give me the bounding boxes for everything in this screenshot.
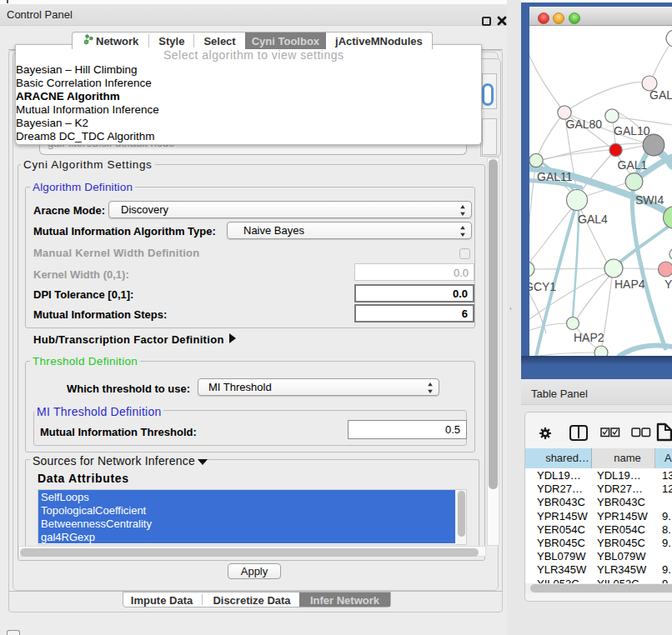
- svg-text:Y: Y: [664, 278, 672, 291]
- svg-text:HAP4: HAP4: [614, 278, 645, 291]
- svg-text:GAL11: GAL11: [537, 170, 573, 183]
- svg-text:SWI4: SWI4: [635, 193, 664, 207]
- svg-text:GAL: GAL: [649, 88, 672, 102]
- svg-text:GAL80: GAL80: [566, 118, 603, 131]
- svg-text:HAP2: HAP2: [574, 331, 604, 344]
- svg-text:GAL10: GAL10: [614, 124, 650, 138]
- svg-text:GAL1: GAL1: [618, 158, 648, 172]
- svg-text:GAL4: GAL4: [578, 212, 608, 226]
- svg-text:GCY1: GCY1: [529, 280, 556, 293]
